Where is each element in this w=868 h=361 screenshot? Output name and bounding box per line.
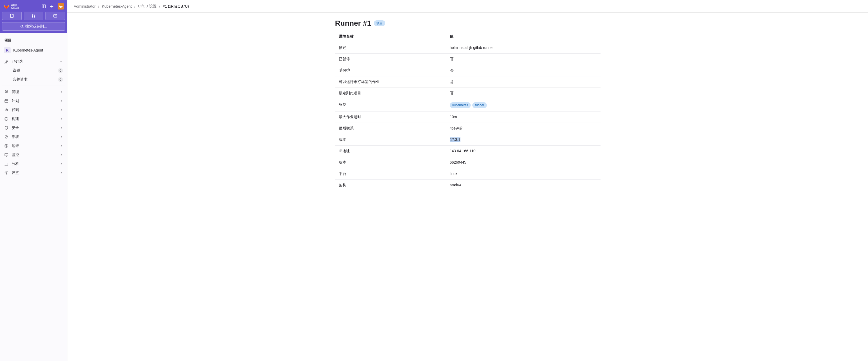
- sidebar-content: 项目 K Kubernetes-Agent 已钉选 议题0合并请求0 管理计划代…: [0, 33, 67, 177]
- sidebar-item-label: 构建: [12, 117, 57, 121]
- count-badge: 0: [58, 77, 63, 82]
- sidebar-item-build[interactable]: 构建: [2, 114, 65, 123]
- table-row: 锁定到此项目否: [335, 88, 600, 99]
- breadcrumb-link-project[interactable]: Kubernetes-Agent: [102, 4, 132, 8]
- table-row: 可以运行未打标签的作业是: [335, 76, 600, 88]
- sidebar-item-label: 管理: [12, 90, 57, 94]
- breadcrumb-link-admin[interactable]: Administrator: [74, 4, 95, 8]
- prop-value: kubernetesrunner: [446, 99, 600, 111]
- prop-key: 描述: [335, 42, 446, 54]
- project-avatar: K: [4, 47, 10, 54]
- search-input[interactable]: 搜索或转到...: [2, 22, 65, 31]
- sidebar-item-label: 代码: [12, 107, 57, 112]
- sidebar-item-monitor[interactable]: 监控: [2, 151, 65, 159]
- prop-key: 架构: [335, 180, 446, 191]
- search-placeholder: 搜索或转到...: [25, 24, 47, 29]
- selected-text: 17.3.1: [450, 137, 461, 142]
- sidebar-item-议题[interactable]: 议题0: [10, 66, 65, 75]
- chevron-right-icon: [60, 117, 63, 121]
- sidebar-item-manage[interactable]: 管理: [2, 88, 65, 96]
- todos-button[interactable]: [45, 12, 65, 20]
- prop-key: 最后联系: [335, 123, 446, 134]
- brand-row: 极狐 GitLab: [2, 2, 65, 12]
- prop-key: IP地址: [335, 145, 446, 157]
- chevron-right-icon: [60, 135, 63, 138]
- table-row: 架构amd64: [335, 180, 600, 191]
- main: Administrator / Kubernetes-Agent / CI/CD…: [67, 0, 868, 197]
- prop-value: 66269445: [446, 157, 600, 168]
- table-header-value: 值: [446, 31, 600, 42]
- chevron-right-icon: [60, 90, 63, 94]
- project-name: Kubernetes-Agent: [13, 48, 43, 52]
- table-row: 受保护否: [335, 65, 600, 76]
- chevron-down-icon: [60, 60, 63, 63]
- table-row: 描述helm install jh gitlab runner: [335, 42, 600, 54]
- sidebar-item-plan[interactable]: 计划: [2, 96, 65, 105]
- chevron-right-icon: [60, 171, 63, 174]
- build-icon: [4, 117, 8, 121]
- merge-requests-button[interactable]: [24, 12, 43, 20]
- prop-key: 可以运行未打标签的作业: [335, 76, 446, 88]
- sidebar-item-settings[interactable]: 设置: [2, 168, 65, 177]
- sidebar-item-operate[interactable]: 运维: [2, 141, 65, 151]
- prop-key: 平台: [335, 168, 446, 179]
- pin-icon: [4, 60, 8, 64]
- prop-key: 受保护: [335, 65, 446, 76]
- prop-key: 版本: [335, 157, 446, 168]
- svg-rect-25: [5, 154, 8, 156]
- breadcrumb: Administrator / Kubernetes-Agent / CI/CD…: [67, 0, 868, 13]
- chevron-right-icon: [60, 108, 63, 111]
- sidebar-item-label: 分析: [12, 161, 57, 166]
- breadcrumb-current: #1 (xRnstJB7U): [163, 4, 189, 8]
- sidebar-top: 极狐 GitLab: [0, 0, 67, 33]
- svg-point-20: [6, 145, 7, 146]
- prop-value: 4分钟前: [446, 123, 600, 134]
- issues-button[interactable]: [2, 12, 22, 20]
- prop-key: 版本: [335, 134, 446, 145]
- user-avatar[interactable]: [58, 3, 64, 9]
- brand[interactable]: 极狐 GitLab: [3, 3, 19, 9]
- svg-point-12: [7, 91, 8, 92]
- section-title-project: 项目: [2, 36, 65, 45]
- prop-value: linux: [446, 168, 600, 179]
- sidebar-item-code[interactable]: 代码: [2, 105, 65, 114]
- sidebar-item-合并请求[interactable]: 合并请求0: [10, 75, 65, 84]
- table-row: 标签kubernetesrunner: [335, 99, 600, 111]
- breadcrumb-link-cicd[interactable]: CI/CD 设置: [138, 4, 156, 9]
- svg-point-5: [32, 14, 33, 15]
- prop-key: 已暂停: [335, 54, 446, 65]
- prop-key: 标签: [335, 99, 446, 111]
- svg-point-6: [32, 17, 33, 18]
- prop-value: helm install jh gitlab runner: [446, 42, 600, 54]
- sidebar-item-label: 安全: [12, 126, 57, 130]
- table-row: 最大作业超时10m: [335, 111, 600, 123]
- sidebar-item-secure[interactable]: 安全: [2, 123, 65, 132]
- prop-value: 143.64.166.110: [446, 145, 600, 157]
- sidebar-item-label: 部署: [12, 134, 57, 139]
- runner-scope-badge: 项目: [374, 20, 385, 26]
- prop-value: 否: [446, 54, 600, 65]
- sidebar-item-label: 设置: [12, 170, 57, 175]
- prop-key: 锁定到此项目: [335, 88, 446, 99]
- page-title: Runner #1: [335, 19, 371, 28]
- table-row: 版本66269445: [335, 157, 600, 168]
- nav-pinned[interactable]: 已钉选: [2, 57, 65, 66]
- settings-icon: [4, 171, 8, 175]
- sidebar-item-analyze[interactable]: 分析: [2, 159, 65, 168]
- sidebar-collapse-button[interactable]: [42, 4, 46, 8]
- table-row: 最后联系4分钟前: [335, 123, 600, 134]
- table-header-row: 属性名称 值: [335, 31, 600, 42]
- sidebar: 极狐 GitLab: [0, 0, 67, 197]
- sidebar-item-deploy[interactable]: 部署: [2, 132, 65, 141]
- manage-icon: [4, 90, 8, 94]
- operate-icon: [4, 144, 8, 148]
- project-selector[interactable]: K Kubernetes-Agent: [2, 45, 65, 56]
- page-title-row: Runner #1 项目: [335, 19, 600, 28]
- chevron-right-icon: [60, 126, 63, 130]
- tag-badge: kubernetes: [450, 102, 471, 108]
- prop-value: 是: [446, 76, 600, 88]
- table-row: 版本17.3.1: [335, 134, 600, 145]
- prop-key: 最大作业超时: [335, 111, 446, 123]
- table-row: IP地址143.64.166.110: [335, 145, 600, 157]
- create-new-button[interactable]: [50, 4, 54, 8]
